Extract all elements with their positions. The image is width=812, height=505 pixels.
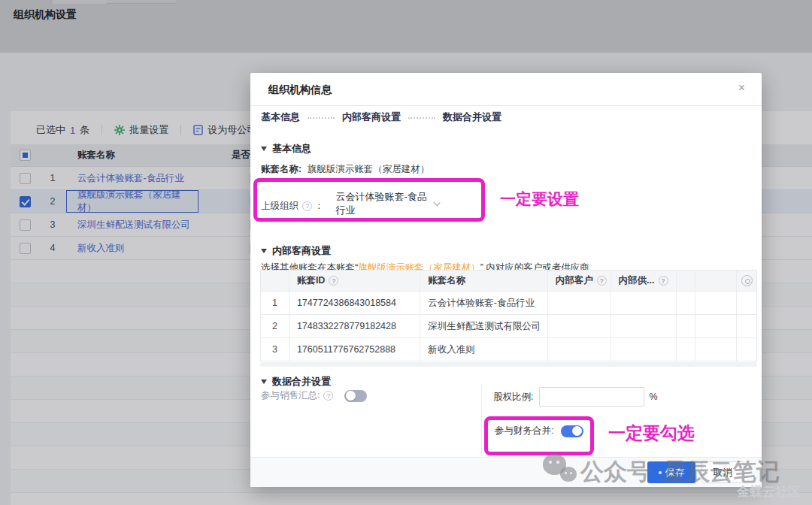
partners-header-row: 账套ID 账套名称 内部客户 内部供... <box>261 271 756 292</box>
column-settings-icon[interactable] <box>741 275 753 286</box>
step-partners[interactable]: 内部客商设置 <box>342 110 401 124</box>
internal-customer-cell[interactable] <box>547 338 611 361</box>
cancel-button[interactable]: 取消 <box>701 461 744 483</box>
account-name-label: 账套名称: <box>261 164 301 174</box>
dialog-title: 组织机构信息 <box>268 83 332 97</box>
org-info-dialog: 组织机构信息 × 基本信息 内部客商设置 数据合并设置 基本信息 账套名称: 旗… <box>250 73 762 487</box>
section-partners-header[interactable]: 内部客商设置 <box>261 244 331 258</box>
step-basic[interactable]: 基本信息 <box>261 110 300 124</box>
internal-supplier-cell[interactable] <box>611 292 677 314</box>
partners-row[interactable]: 2 1748332278779182428 深圳生鲜配送测试有限公司 <box>261 315 756 338</box>
save-button[interactable]: 保存 <box>647 461 695 483</box>
finance-merge-label: 参与财务合并: <box>495 425 553 437</box>
partners-table: 账套ID 账套名称 内部客户 内部供... 1 1747724386843018… <box>260 270 757 361</box>
equity-ratio-unit: % <box>649 392 657 402</box>
dialog-footer: 保存 取消 <box>250 457 762 487</box>
screen: 组织机构设置 已选中 1 条 批量设置 设为母公司 <box>0 0 812 505</box>
parent-org-select[interactable]: 云会计体验账套-食品行业 <box>330 190 443 222</box>
dialog-header: 组织机构信息 × <box>250 73 762 106</box>
internal-supplier-cell[interactable] <box>611 338 677 361</box>
internal-customer-cell[interactable] <box>547 292 611 314</box>
internal-customer-cell[interactable] <box>547 315 611 337</box>
horizontal-scrollbar[interactable] <box>260 362 757 367</box>
parent-org-row: 上级组织 ： 云会计体验账套-食品行业 <box>261 190 443 222</box>
help-icon[interactable] <box>659 276 668 286</box>
section-basic-header[interactable]: 基本信息 <box>261 142 311 156</box>
partners-row[interactable]: 1 1747724386843018584 云会计体验账套-食品行业 <box>261 292 756 315</box>
partners-row[interactable]: 3 1760511776762752888 新收入准则 <box>261 338 756 361</box>
help-icon[interactable] <box>329 276 338 286</box>
internal-supplier-cell[interactable] <box>611 315 677 337</box>
annotation-check-finance: 一定要勾选 <box>608 422 695 445</box>
annotation-set-parent: 一定要设置 <box>500 189 579 210</box>
equity-ratio-label: 股权比例: <box>493 391 533 404</box>
sales-summary-toggle[interactable] <box>344 390 367 402</box>
account-name-line: 账套名称: 旗舰版演示账套（家居建材） <box>261 163 429 176</box>
equity-ratio-input[interactable] <box>539 387 644 407</box>
equity-ratio-row: 股权比例: % <box>493 387 658 407</box>
step-nav: 基本信息 内部客商设置 数据合并设置 <box>261 110 501 124</box>
parent-org-value: 云会计体验账套-食品行业 <box>336 190 435 217</box>
parent-org-label: 上级组织 <box>261 200 298 213</box>
finance-merge-toggle[interactable] <box>561 425 583 437</box>
section-merge-header[interactable]: 数据合并设置 <box>261 375 331 389</box>
close-icon[interactable]: × <box>738 82 745 94</box>
help-icon[interactable] <box>302 201 312 211</box>
help-icon[interactable] <box>597 276 607 286</box>
step-merge[interactable]: 数据合并设置 <box>443 110 501 124</box>
collapse-icon <box>261 249 267 253</box>
sales-summary-row: 参与销售汇总: <box>261 389 367 402</box>
step-separator <box>308 117 335 119</box>
collapse-icon <box>261 147 267 151</box>
account-name-value: 旗舰版演示账套（家居建材） <box>308 164 430 174</box>
step-separator <box>408 117 435 119</box>
collapse-icon <box>261 380 267 384</box>
form-divider <box>481 384 482 456</box>
save-button-dot <box>659 471 662 474</box>
finance-merge-row: 参与财务合并: <box>495 425 583 437</box>
help-icon[interactable] <box>323 391 333 401</box>
sales-summary-label: 参与销售汇总: <box>261 389 320 402</box>
